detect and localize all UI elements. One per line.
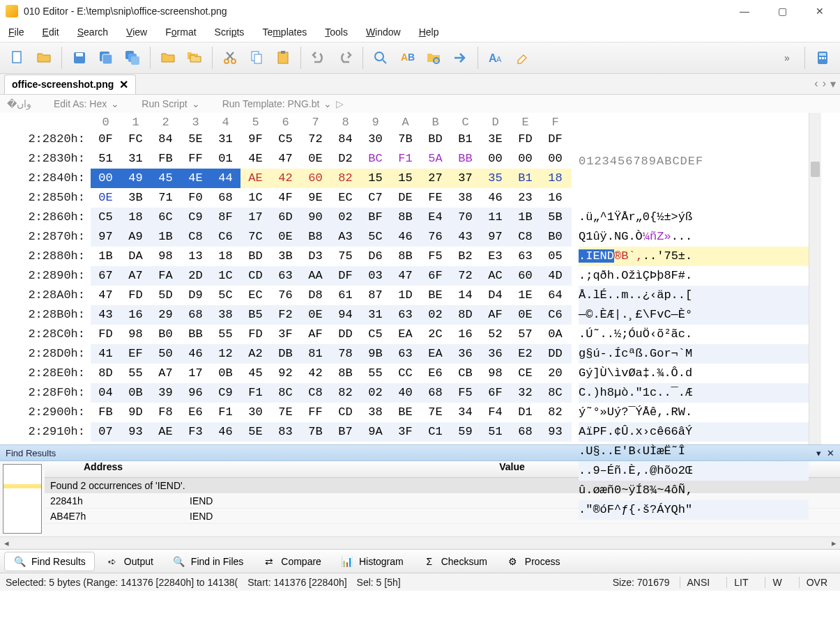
play-icon[interactable]: ▷ xyxy=(336,98,344,109)
bottom-tab-find-in-files[interactable]: 🔍Find in Files xyxy=(165,552,252,571)
svg-rect-4 xyxy=(102,54,112,64)
editor-options-bar: �واں Edit As: Hex ⌄ Run Script ⌄ Run Tem… xyxy=(0,95,840,113)
panel-close-icon[interactable]: ✕ xyxy=(827,448,834,458)
svg-rect-12 xyxy=(278,52,288,63)
window-title: 010 Editor - E:\temp\snip\office-screens… xyxy=(24,6,735,17)
status-bar: Selected: 5 bytes (Range: 141376 [22840h… xyxy=(0,573,840,591)
svg-rect-13 xyxy=(281,51,285,54)
menu-format[interactable]: Format xyxy=(165,26,196,38)
file-overview-thumb[interactable] xyxy=(3,464,42,534)
status-sel: Sel: 5 [5h] xyxy=(357,577,401,588)
close-button[interactable]: ✕ xyxy=(811,2,829,20)
font-button[interactable]: AA xyxy=(484,46,507,70)
cut-button[interactable] xyxy=(218,46,242,70)
undo-button[interactable] xyxy=(307,46,330,70)
new-file-button[interactable] xyxy=(6,46,29,70)
bottom-tab-process[interactable]: ⚙Process xyxy=(498,552,569,571)
save-button[interactable] xyxy=(68,46,91,70)
histogram-icon: 📊 xyxy=(341,555,353,568)
copy-button[interactable] xyxy=(245,46,268,70)
menu-bar: File Edit Search View Format Scripts Tem… xyxy=(0,22,840,42)
menu-file[interactable]: File xyxy=(8,26,24,38)
minimize-button[interactable]: — xyxy=(735,2,754,20)
title-bar: 010 Editor - E:\temp\snip\office-screens… xyxy=(0,0,840,22)
menu-scripts[interactable]: Scripts xyxy=(215,26,245,38)
find-in-files-button[interactable] xyxy=(422,46,445,70)
edit-as-dropdown[interactable]: Edit As: Hex ⌄ xyxy=(54,98,119,109)
menu-view[interactable]: View xyxy=(126,26,147,38)
col-address[interactable]: Address xyxy=(45,461,184,477)
hex-bytes-column[interactable]: 0123456789ABCDEF 0FFC845E319FC57284307BB… xyxy=(91,113,572,444)
svg-rect-24 xyxy=(825,57,826,59)
svg-rect-21 xyxy=(819,53,826,56)
menu-tools[interactable]: Tools xyxy=(325,26,348,38)
scroll-right-icon[interactable]: ▸ xyxy=(827,538,840,548)
status-ovr[interactable]: OVR xyxy=(799,577,834,588)
menu-search[interactable]: Search xyxy=(77,26,108,38)
status-size: Size: 701679 xyxy=(613,577,670,588)
run-template-dropdown[interactable]: Run Template: PNG.bt ⌄ ▷ xyxy=(222,98,344,109)
bottom-tab-find-results[interactable]: 🔍Find Results xyxy=(4,552,95,571)
bottom-tab-output[interactable]: ➪Output xyxy=(98,552,162,571)
svg-rect-23 xyxy=(822,57,824,59)
chevron-down-icon: ⌄ xyxy=(111,98,119,109)
menu-edit[interactable]: Edit xyxy=(43,26,59,38)
open-folders-button[interactable] xyxy=(183,46,206,70)
ascii-column[interactable]: 0123456789ABCDEF .ü„^1ŸÅr„0{½±>ýßQ1ûÿ.NG… xyxy=(572,113,809,444)
open-button[interactable] xyxy=(32,46,56,70)
compare-icon: ⇄ xyxy=(263,555,275,568)
svg-rect-0 xyxy=(13,52,21,63)
app-icon xyxy=(6,5,18,17)
address-column: 2:2820h:2:2830h:2:2840h:2:2850h:2:2860h:… xyxy=(0,113,91,444)
panel-menu-icon[interactable]: ▾ xyxy=(816,448,821,458)
arrow-icon: ➪ xyxy=(106,555,119,568)
menu-help[interactable]: Help xyxy=(419,26,439,38)
hex-editor[interactable]: 2:2820h:2:2830h:2:2840h:2:2850h:2:2860h:… xyxy=(0,113,840,444)
tab-dropdown-icon[interactable]: ▾ xyxy=(830,77,836,91)
svg-text:B: B xyxy=(408,52,415,63)
menu-templates[interactable]: Templates xyxy=(262,26,307,38)
status-start: Start: 141376 [22840h] xyxy=(247,577,346,588)
status-w[interactable]: W xyxy=(765,577,788,588)
chevron-down-icon: ⌄ xyxy=(192,98,200,109)
tab-next-icon[interactable]: › xyxy=(823,77,826,91)
goto-button[interactable] xyxy=(448,46,472,70)
redo-button[interactable] xyxy=(333,46,357,70)
replace-button[interactable]: AB xyxy=(395,46,419,70)
calculator-button[interactable] xyxy=(811,46,834,70)
svg-rect-7 xyxy=(131,56,139,65)
svg-rect-22 xyxy=(819,57,821,59)
maximize-button[interactable]: ▢ xyxy=(773,2,791,20)
status-ansi[interactable]: ANSI xyxy=(680,577,717,588)
process-icon: ⚙ xyxy=(507,555,519,568)
bottom-tab-histogram[interactable]: 📊Histogram xyxy=(333,552,412,571)
vertical-scrollbar[interactable] xyxy=(809,113,821,444)
open-folder-button[interactable] xyxy=(156,46,180,70)
scroll-left-icon[interactable]: ◂ xyxy=(0,538,13,548)
menu-window[interactable]: Window xyxy=(366,26,401,38)
svg-point-9 xyxy=(231,59,236,63)
run-script-dropdown[interactable]: Run Script ⌄ xyxy=(142,98,199,109)
toolbar: AB AA » xyxy=(0,42,840,74)
tab-bar: office-screenshot.png ✕ ‹ › ▾ xyxy=(0,74,840,95)
status-lit[interactable]: LIT xyxy=(726,577,755,588)
save-as-button[interactable] xyxy=(94,46,118,70)
save-all-button[interactable] xyxy=(121,46,144,70)
scrollbar-thumb[interactable] xyxy=(811,162,820,177)
highlight-button[interactable] xyxy=(510,46,534,70)
tab-label: office-screenshot.png xyxy=(12,79,114,90)
collapse-icon[interactable]: �واں xyxy=(7,98,31,109)
find-button[interactable] xyxy=(369,46,392,70)
svg-text:A: A xyxy=(496,55,502,63)
more-button[interactable]: » xyxy=(775,46,799,70)
bottom-tab-checksum[interactable]: ΣChecksum xyxy=(415,552,496,571)
bottom-tab-compare[interactable]: ⇄Compare xyxy=(254,552,330,571)
svg-point-14 xyxy=(375,52,383,61)
status-selected: Selected: 5 bytes (Range: 141376 [22840h… xyxy=(6,577,238,588)
svg-rect-11 xyxy=(254,54,261,63)
checksum-icon: Σ xyxy=(423,555,436,568)
tab-close-icon[interactable]: ✕ xyxy=(119,78,128,91)
paste-button[interactable] xyxy=(271,46,295,70)
file-tab[interactable]: office-screenshot.png ✕ xyxy=(4,75,136,94)
tab-prev-icon[interactable]: ‹ xyxy=(814,77,818,91)
